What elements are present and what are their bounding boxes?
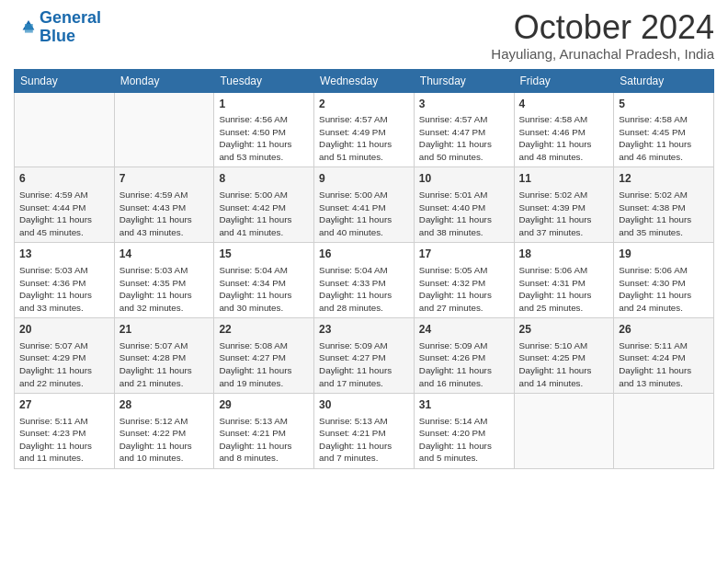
day-number: 14 <box>119 247 210 262</box>
day-info: Sunrise: 5:04 AM Sunset: 4:33 PM Dayligh… <box>319 264 409 314</box>
day-info: Sunrise: 4:56 AM Sunset: 4:50 PM Dayligh… <box>219 113 309 163</box>
day-info: Sunrise: 5:09 AM Sunset: 4:26 PM Dayligh… <box>419 339 509 389</box>
table-row <box>514 394 614 469</box>
table-row: 2Sunrise: 4:57 AM Sunset: 4:49 PM Daylig… <box>314 92 415 167</box>
day-info: Sunrise: 5:11 AM Sunset: 4:23 PM Dayligh… <box>19 415 109 465</box>
day-number: 23 <box>319 322 409 338</box>
day-info: Sunrise: 5:09 AM Sunset: 4:27 PM Dayligh… <box>319 339 409 389</box>
day-number: 15 <box>219 247 309 262</box>
day-info: Sunrise: 4:57 AM Sunset: 4:49 PM Dayligh… <box>319 113 409 163</box>
col-monday: Monday <box>114 69 214 92</box>
day-info: Sunrise: 4:59 AM Sunset: 4:43 PM Dayligh… <box>119 189 210 238</box>
day-number: 4 <box>519 97 609 112</box>
table-row: 5Sunrise: 4:58 AM Sunset: 4:45 PM Daylig… <box>614 92 714 167</box>
day-number: 1 <box>219 97 309 112</box>
day-info: Sunrise: 5:12 AM Sunset: 4:22 PM Dayligh… <box>119 415 210 465</box>
day-info: Sunrise: 5:07 AM Sunset: 4:29 PM Dayligh… <box>19 339 109 389</box>
day-number: 28 <box>119 397 210 413</box>
day-info: Sunrise: 5:00 AM Sunset: 4:41 PM Dayligh… <box>319 189 409 238</box>
day-number: 10 <box>419 171 509 187</box>
table-row: 1Sunrise: 4:56 AM Sunset: 4:50 PM Daylig… <box>214 92 314 167</box>
logo: General Blue <box>14 9 101 46</box>
table-row: 14Sunrise: 5:03 AM Sunset: 4:35 PM Dayli… <box>114 243 214 318</box>
col-saturday: Saturday <box>614 69 714 92</box>
day-number: 18 <box>519 247 609 262</box>
table-row: 28Sunrise: 5:12 AM Sunset: 4:22 PM Dayli… <box>114 394 214 469</box>
table-row: 17Sunrise: 5:05 AM Sunset: 4:32 PM Dayli… <box>414 243 514 318</box>
table-row: 13Sunrise: 5:03 AM Sunset: 4:36 PM Dayli… <box>15 243 115 318</box>
table-row: 27Sunrise: 5:11 AM Sunset: 4:23 PM Dayli… <box>15 394 115 469</box>
day-number: 6 <box>19 171 109 187</box>
day-info: Sunrise: 4:59 AM Sunset: 4:44 PM Dayligh… <box>19 189 109 238</box>
day-number: 29 <box>219 397 309 413</box>
svg-marker-1 <box>25 24 33 33</box>
table-row: 19Sunrise: 5:06 AM Sunset: 4:30 PM Dayli… <box>614 243 714 318</box>
table-row: 31Sunrise: 5:14 AM Sunset: 4:20 PM Dayli… <box>414 394 514 469</box>
day-number: 24 <box>419 322 509 338</box>
table-row: 8Sunrise: 5:00 AM Sunset: 4:42 PM Daylig… <box>214 167 314 243</box>
day-number: 20 <box>19 322 109 338</box>
page: General Blue October 2024 Hayuliang, Aru… <box>0 0 728 563</box>
day-info: Sunrise: 5:14 AM Sunset: 4:20 PM Dayligh… <box>419 415 509 465</box>
day-info: Sunrise: 5:13 AM Sunset: 4:21 PM Dayligh… <box>319 415 409 465</box>
table-row: 10Sunrise: 5:01 AM Sunset: 4:40 PM Dayli… <box>414 167 514 243</box>
table-row: 25Sunrise: 5:10 AM Sunset: 4:25 PM Dayli… <box>514 318 614 394</box>
col-sunday: Sunday <box>15 69 115 92</box>
day-number: 17 <box>419 247 509 262</box>
table-row: 4Sunrise: 4:58 AM Sunset: 4:46 PM Daylig… <box>514 92 614 167</box>
col-thursday: Thursday <box>414 69 514 92</box>
col-wednesday: Wednesday <box>314 69 415 92</box>
day-info: Sunrise: 5:01 AM Sunset: 4:40 PM Dayligh… <box>419 189 509 238</box>
day-info: Sunrise: 5:13 AM Sunset: 4:21 PM Dayligh… <box>219 415 309 465</box>
table-row: 11Sunrise: 5:02 AM Sunset: 4:39 PM Dayli… <box>514 167 614 243</box>
header: General Blue October 2024 Hayuliang, Aru… <box>14 9 714 62</box>
day-info: Sunrise: 5:06 AM Sunset: 4:31 PM Dayligh… <box>519 264 609 314</box>
day-info: Sunrise: 4:57 AM Sunset: 4:47 PM Dayligh… <box>419 113 509 163</box>
title-section: October 2024 Hayuliang, Arunachal Prades… <box>491 9 714 62</box>
logo-line1: General <box>40 8 101 27</box>
calendar-week-row: 20Sunrise: 5:07 AM Sunset: 4:29 PM Dayli… <box>15 318 714 394</box>
calendar-week-row: 27Sunrise: 5:11 AM Sunset: 4:23 PM Dayli… <box>15 394 714 469</box>
logo-line2: Blue <box>40 28 101 46</box>
table-row <box>614 394 714 469</box>
col-friday: Friday <box>514 69 614 92</box>
day-number: 22 <box>219 322 309 338</box>
day-number: 26 <box>619 322 709 338</box>
day-number: 31 <box>419 397 509 413</box>
location-title: Hayuliang, Arunachal Pradesh, India <box>491 46 714 62</box>
table-row: 15Sunrise: 5:04 AM Sunset: 4:34 PM Dayli… <box>214 243 314 318</box>
day-info: Sunrise: 5:11 AM Sunset: 4:24 PM Dayligh… <box>619 339 709 389</box>
day-info: Sunrise: 4:58 AM Sunset: 4:46 PM Dayligh… <box>519 113 609 163</box>
calendar-header-row: Sunday Monday Tuesday Wednesday Thursday… <box>15 69 714 92</box>
table-row: 3Sunrise: 4:57 AM Sunset: 4:47 PM Daylig… <box>414 92 514 167</box>
table-row: 23Sunrise: 5:09 AM Sunset: 4:27 PM Dayli… <box>314 318 415 394</box>
day-number: 5 <box>619 97 709 112</box>
table-row: 9Sunrise: 5:00 AM Sunset: 4:41 PM Daylig… <box>314 167 415 243</box>
calendar-table: Sunday Monday Tuesday Wednesday Thursday… <box>14 69 714 469</box>
table-row: 20Sunrise: 5:07 AM Sunset: 4:29 PM Dayli… <box>15 318 115 394</box>
day-number: 25 <box>519 322 609 338</box>
table-row: 18Sunrise: 5:06 AM Sunset: 4:31 PM Dayli… <box>514 243 614 318</box>
day-info: Sunrise: 5:02 AM Sunset: 4:38 PM Dayligh… <box>619 189 709 238</box>
day-number: 11 <box>519 171 609 187</box>
day-number: 2 <box>319 97 409 112</box>
day-number: 27 <box>19 397 109 413</box>
table-row <box>114 92 214 167</box>
day-info: Sunrise: 5:10 AM Sunset: 4:25 PM Dayligh… <box>519 339 609 389</box>
day-info: Sunrise: 5:07 AM Sunset: 4:28 PM Dayligh… <box>119 339 210 389</box>
day-info: Sunrise: 5:02 AM Sunset: 4:39 PM Dayligh… <box>519 189 609 238</box>
table-row: 26Sunrise: 5:11 AM Sunset: 4:24 PM Dayli… <box>614 318 714 394</box>
day-number: 7 <box>119 171 210 187</box>
table-row: 12Sunrise: 5:02 AM Sunset: 4:38 PM Dayli… <box>614 167 714 243</box>
day-info: Sunrise: 5:00 AM Sunset: 4:42 PM Dayligh… <box>219 189 309 238</box>
table-row: 21Sunrise: 5:07 AM Sunset: 4:28 PM Dayli… <box>114 318 214 394</box>
day-info: Sunrise: 4:58 AM Sunset: 4:45 PM Dayligh… <box>619 113 709 163</box>
table-row: 29Sunrise: 5:13 AM Sunset: 4:21 PM Dayli… <box>214 394 314 469</box>
day-number: 21 <box>119 322 210 338</box>
table-row: 30Sunrise: 5:13 AM Sunset: 4:21 PM Dayli… <box>314 394 415 469</box>
table-row: 6Sunrise: 4:59 AM Sunset: 4:44 PM Daylig… <box>15 167 115 243</box>
logo-icon <box>14 17 36 39</box>
table-row <box>15 92 115 167</box>
day-info: Sunrise: 5:03 AM Sunset: 4:36 PM Dayligh… <box>19 264 109 314</box>
day-number: 30 <box>319 397 409 413</box>
